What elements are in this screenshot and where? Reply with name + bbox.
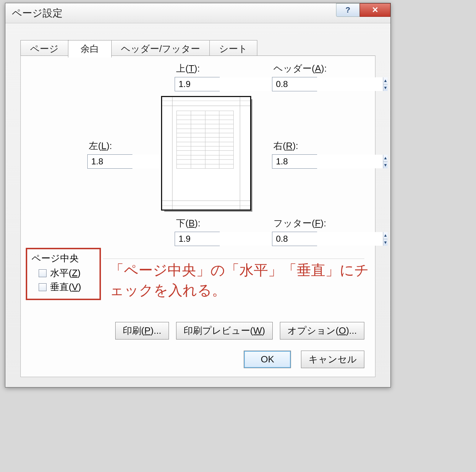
tab-sheet[interactable]: シート	[209, 40, 257, 58]
page-preview	[161, 96, 251, 211]
annotation-text: 「ページ中央」の「水平」「垂直」にチェックを入れる。	[110, 260, 375, 300]
dialog-title: ページ設定	[12, 6, 63, 20]
margin-right-field: 右(R): ▲▼	[272, 140, 317, 169]
vertical-label: 垂直(V)	[50, 281, 81, 293]
margin-top-field: 上(T): ▲▼	[175, 62, 220, 91]
close-button[interactable]: ✕	[360, 3, 390, 17]
margin-right-input[interactable]	[272, 155, 383, 168]
margin-footer-field: フッター(F): ▲▼	[272, 217, 326, 246]
vertical-checkbox[interactable]	[39, 283, 47, 291]
print-button[interactable]: 印刷(P)...	[115, 322, 169, 339]
margin-left-spinner[interactable]: ▲▼	[87, 154, 132, 169]
margin-bottom-field: 下(B): ▲▼	[175, 217, 220, 246]
margin-header-spinner[interactable]: ▲▼	[272, 77, 317, 91]
horizontal-label: 水平(Z)	[50, 267, 81, 279]
margin-bottom-label: 下(B):	[175, 217, 220, 230]
titlebar: ページ設定 ? ✕	[5, 3, 390, 23]
spin-icon[interactable]: ▲▼	[383, 232, 388, 246]
horizontal-checkbox[interactable]	[39, 269, 47, 277]
margin-header-field: ヘッダー(A): ▲▼	[272, 62, 327, 91]
spin-icon[interactable]: ▲▼	[383, 77, 388, 91]
tab-margins[interactable]: 余白	[68, 40, 112, 58]
preview-grid-icon	[176, 111, 234, 169]
cancel-button[interactable]: キャンセル	[301, 351, 364, 368]
margin-header-input[interactable]	[272, 77, 383, 91]
margin-bottom-spinner[interactable]: ▲▼	[175, 232, 220, 246]
help-button[interactable]: ?	[336, 3, 360, 17]
spin-icon[interactable]: ▲▼	[383, 155, 388, 168]
margin-footer-spinner[interactable]: ▲▼	[272, 232, 317, 246]
tab-page[interactable]: ページ	[20, 40, 68, 58]
margin-footer-input[interactable]	[272, 232, 383, 246]
page-setup-dialog: ページ設定 ? ✕ ページ 余白 ヘッダー/フッター シート 上(T): ▲▼ …	[5, 3, 391, 387]
ok-button[interactable]: OK	[244, 351, 291, 368]
margins-panel: 上(T): ▲▼ ヘッダー(A): ▲▼ 左(L): ▲▼	[20, 56, 375, 377]
margin-right-label: 右(R):	[272, 140, 317, 152]
tabs: ページ 余白 ヘッダー/フッター シート	[20, 40, 257, 57]
tab-header-footer[interactable]: ヘッダー/フッター	[111, 40, 210, 58]
margin-right-spinner[interactable]: ▲▼	[272, 154, 317, 169]
margin-left-label: 左(L):	[87, 140, 132, 152]
help-icon: ?	[345, 5, 350, 15]
margin-top-label: 上(T):	[175, 62, 220, 75]
margin-header-label: ヘッダー(A):	[272, 62, 327, 75]
divider	[103, 259, 364, 259]
close-icon: ✕	[372, 5, 378, 15]
margin-top-spinner[interactable]: ▲▼	[175, 77, 220, 91]
print-preview-button[interactable]: 印刷プレビュー(W)	[176, 322, 273, 339]
margin-left-field: 左(L): ▲▼	[87, 140, 132, 169]
options-button[interactable]: オプション(O)...	[280, 322, 364, 339]
margin-top-input[interactable]	[175, 77, 286, 91]
margin-footer-label: フッター(F):	[272, 217, 326, 230]
page-center-label: ページ中央	[31, 252, 95, 265]
margin-bottom-input[interactable]	[175, 232, 286, 246]
page-center-group: ページ中央 水平(Z) 垂直(V)	[26, 248, 101, 300]
